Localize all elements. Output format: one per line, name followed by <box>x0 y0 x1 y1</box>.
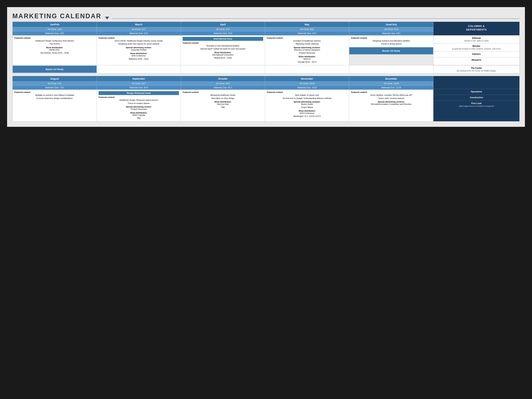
sidebar-monitor-name: Monitor <box>435 45 518 47</box>
sidebar-center-row: The Center (an editorial from The Center… <box>433 65 519 73</box>
baxter-row-jan: Baxter Ad Study The Center (an editorial… <box>13 65 519 73</box>
special-label-sep: Special advertising section: <box>99 106 179 108</box>
ad-close-sep: Ad Close: 8/17 <box>97 82 181 86</box>
month-june-july: June/July <box>349 22 433 27</box>
mar-item-1: EXCLUSIVE: Healthcare Design industry su… <box>99 39 179 42</box>
mat-due-apr: Materials Due: 3/19 <box>181 32 265 35</box>
show-label-mar: Show distribution: <box>99 52 179 54</box>
sidebar-first-look-desc: (back page focus on a project in progres… <box>435 105 518 107</box>
month-may: May <box>265 22 349 27</box>
featured-label-sep: Featured content: <box>99 96 179 98</box>
oct-item-1: Behavioral healthcare trends <box>183 94 263 96</box>
content-march: Featured content: EXCLUSIVE: Healthcare … <box>97 35 181 65</box>
sidebar-bottom: Operations Construction First Look (back… <box>433 76 519 121</box>
apr-show-2: Atlanta (5/14 – 5/16) <box>183 57 263 59</box>
may-item-1: Evolution of healthcare interiors <box>267 39 347 42</box>
page: MARKETING CALENDAR Jan/Feb March April M… <box>7 7 525 127</box>
design-showcase-badge: Design Showcase Issue <box>99 91 179 95</box>
dec-item-2: Green roofs: Lessons learned <box>351 97 431 100</box>
sep-show-1: IIDEX Canada <box>99 114 179 116</box>
empty-may-2 <box>265 65 349 73</box>
month-sep: September <box>97 76 181 82</box>
mar-item-2: Designing acute care spaces for senior p… <box>99 43 179 45</box>
month-dec: December <box>349 76 433 82</box>
featured-label-nov: Featured content: <box>267 91 347 93</box>
ad-close-dec: Ad Close: 11/16 <box>349 82 433 86</box>
featured-label-oct: Featured content: <box>183 91 263 93</box>
ad-close-apr: Ad Close: 3/17 <box>181 27 265 32</box>
show-label-may: Show distribution: <box>267 56 347 58</box>
aug-item-1: Spotlight on women's and children's hosp… <box>14 94 95 96</box>
sidebar-content-top: Editorial (Kristin D Zeit, editor-in-chi… <box>433 35 519 65</box>
dec-item-1: Green facilities, revisited: Did the eff… <box>351 94 431 96</box>
featured-label-may: Featured content: <box>267 37 347 39</box>
featured-label-apr: Featured content: <box>183 42 263 44</box>
columns-departments-header: COLUMNS &DEPARTMENTS <box>433 22 519 35</box>
aug-item-2: In-house pharmacy design considerations <box>14 97 95 100</box>
special-label-nov: Special advertising sections: <box>267 101 347 103</box>
month-oct: October <box>181 76 265 82</box>
content-jan: Featured content: Healthcare Design Conf… <box>13 35 97 65</box>
month-aug: August <box>13 76 97 82</box>
featured-label-jan: Featured content: <box>14 37 95 39</box>
mat-due-sep: Materials Due: 8/19 <box>97 86 181 90</box>
top-half-table: Jan/Feb March April May June/July COLUMN… <box>13 22 519 73</box>
jun-item-2: Trends in dining spaces <box>351 43 431 45</box>
oct-show-1: NeoCon East <box>183 103 263 106</box>
nov-special-2: Project Watch <box>267 106 347 109</box>
sidebar-editorial-name: Editorial <box>435 37 518 39</box>
apr-item-2: Special report: Global hot spots for you… <box>183 48 263 50</box>
sidebar-research-name: Research <box>435 59 518 61</box>
mat-due-may: Materials Due: 4/23 <box>265 32 349 35</box>
nov-show-2: Washington, D.C. (11/15-11/17) <box>267 115 347 118</box>
content-row-top: Featured content: Healthcare Design Conf… <box>13 35 519 65</box>
ad-close-jan: Ad Close: 1/20 <box>13 27 97 32</box>
featured-label-jun: Featured content: <box>351 37 431 39</box>
ad-close-jun: Ad Close: 5/19 <box>349 27 433 32</box>
mat-due-aug: Materials Due: 7/23 <box>13 86 97 90</box>
sidebar-operations-name: Operations <box>435 90 518 93</box>
jan-show-1: ASHE-PDC <box>14 49 95 51</box>
featured-label-dec: Featured content: <box>351 91 431 93</box>
sidebar-editorial-desc: (Kristin D Zeit, editor-in-chief) <box>435 40 518 42</box>
content-aug: Featured content: Spotlight on women's a… <box>13 90 97 121</box>
sep-item-2: Focus on surgery spaces <box>99 102 179 105</box>
jan-item-2: The HCD10 <box>14 43 95 45</box>
content-april: International Issue Featured content: Ro… <box>181 35 265 65</box>
nov-show-1: HCD Conference <box>267 112 347 114</box>
content-oct: Featured content: Behavioral healthcare … <box>181 90 265 121</box>
baxter-jan-cell: Baxter Ad Study <box>13 65 97 73</box>
special-label-dec: Special advertising sections: <box>351 101 431 103</box>
mat-due-oct: Materials Due: 9/17 <box>181 86 265 90</box>
month-header-row-bottom: August September October November Decemb… <box>13 76 519 82</box>
may-show-1: NeoCon <box>267 58 347 60</box>
apr-item-1: Roundup of new international facilities <box>183 44 263 47</box>
show-label-nov: Show distribution: <box>267 110 347 112</box>
may-special-1: Directory of Interior Designers <box>267 49 347 51</box>
content-sep: Design Showcase Issue Featured content: … <box>97 90 181 121</box>
mar-special-1: Corporate Profiles <box>99 49 179 51</box>
ad-close-may: Ad Close: 4/21 <box>265 27 349 32</box>
jan-show-2: San Antonio, Texas (3/15 – 3/18) <box>14 52 95 54</box>
arrow-icon <box>105 17 109 19</box>
sidebar-first-look-name: First Look <box>435 102 518 105</box>
featured-label-aug: Featured content: <box>14 91 95 93</box>
empty-mar-2 <box>97 65 181 73</box>
sidebar-interiors-name: Interiors <box>435 53 518 55</box>
special-label-mar: Special advertising section: <box>99 46 179 49</box>
page-title: MARKETING CALENDAR <box>13 13 101 20</box>
month-header-row: Jan/Feb March April May June/July COLUMN… <box>13 22 519 27</box>
special-label-may: Special advertising sections: <box>267 46 347 49</box>
month-nov: November <box>265 76 349 82</box>
international-issue-badge: International Issue <box>183 37 263 41</box>
month-jan-feb: Jan/Feb <box>13 22 97 27</box>
ad-close-mar: Ad Close: 2/17 <box>97 27 181 32</box>
baxter-jun: Baxter Ad Study <box>349 47 433 54</box>
sep-item-1: Healthcare Design Showcase award winners <box>99 99 179 101</box>
ad-close-oct: Ad Close: 9/15 <box>181 82 265 86</box>
month-march: March <box>97 22 181 27</box>
sidebar-center-desc: (an editorial from The Center for Health… <box>435 70 518 72</box>
mat-due-jan: Materials Due: 1/22 <box>13 32 97 35</box>
sep-special-1: Product Showcase <box>99 108 179 110</box>
sidebar-monitor-desc: (a quick-hit roundup of news, projects, … <box>435 48 518 50</box>
